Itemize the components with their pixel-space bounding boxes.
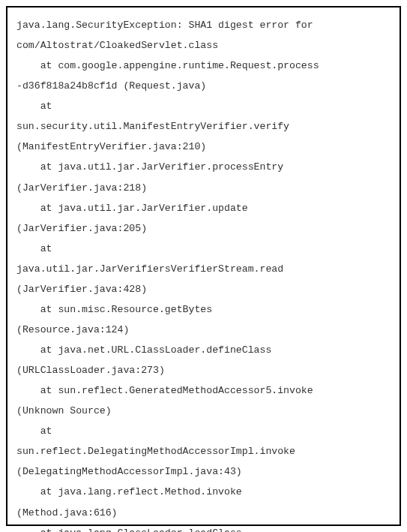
frame-loc: (Method.java:616) <box>16 503 391 523</box>
frame-loc: (Resource.java:124) <box>16 320 391 340</box>
frame-at: at java.util.jar.JarVerifier.update <box>16 198 391 218</box>
frame-at: at java.net.URL.ClassLoader.defineClass <box>16 340 391 360</box>
exception-line: com/Altostrat/CloakedServlet.class <box>16 35 391 56</box>
frame-at: at java.lang.ClassLoader.loadClass <box>16 523 391 532</box>
frame-at: at sun.misc.Resource.getBytes <box>16 299 391 320</box>
frame-loc: (URLClassLoader.java:273) <box>16 360 391 380</box>
frame-loc: sun.security.util.ManifestEntryVerifier.… <box>16 116 391 137</box>
frame-at: at com.google.appengine.runtime.Request.… <box>16 56 391 76</box>
frame-at: at java.lang.reflect.Method.invoke <box>16 482 391 502</box>
frame-at: at sun.reflect.GeneratedMethodAccessor5.… <box>16 380 391 401</box>
frame-loc: (Unknown Source) <box>16 401 391 421</box>
frame-at: at <box>16 239 391 259</box>
frame-at: at java.util.jar.JarVerifier.processEntr… <box>16 157 391 177</box>
frame-loc: java.util.jar.JarVerifiersVerifierStream… <box>16 259 391 279</box>
frame-at: at <box>16 421 391 441</box>
frame-loc: -d36f818a24b8cf1d (Request.java) <box>16 76 391 96</box>
frame-loc: (JarVerifier.java:218) <box>16 178 391 198</box>
frame-loc: (ManifestEntryVerifier.java:210) <box>16 137 391 157</box>
stacktrace-container: java.lang.SecurityException: SHA1 digest… <box>6 6 401 526</box>
frame-loc: (JarVerifier.java:428) <box>16 279 391 299</box>
frame-loc: sun.reflect.DelegatingMethodAccessorImpl… <box>16 441 391 461</box>
frame-loc: (DelegatingMethodAccessorImpl.java:43) <box>16 461 391 482</box>
exception-line: java.lang.SecurityException: SHA1 digest… <box>16 15 391 35</box>
frame-at: at <box>16 96 391 116</box>
frame-loc: (JarVerifier.java:205) <box>16 218 391 239</box>
